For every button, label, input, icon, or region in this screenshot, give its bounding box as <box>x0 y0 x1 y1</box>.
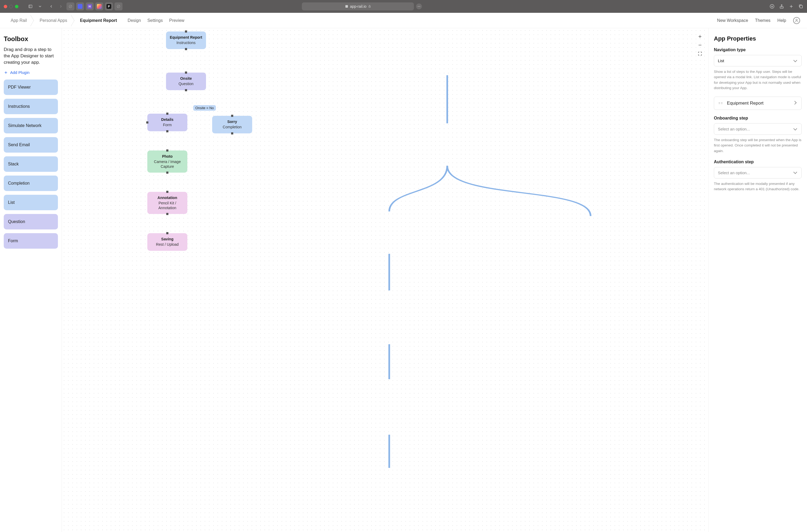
tool-item-stack[interactable]: Stack <box>4 156 58 172</box>
tool-item-pdf-viewer[interactable]: PDF Viewer <box>4 79 58 95</box>
url-bar[interactable]: app-rail.io <box>302 2 414 11</box>
svg-point-8 <box>418 6 418 7</box>
node-handle-left[interactable] <box>146 121 148 124</box>
browser-chrome: H P app-rail.io <box>0 0 807 13</box>
tabs-icon[interactable] <box>799 4 803 9</box>
onboarding-select[interactable]: Select an option... <box>714 123 802 135</box>
add-plugin-button[interactable]: Add Plugin <box>4 70 58 75</box>
window-maximize-icon[interactable] <box>15 5 18 8</box>
node-handle-top[interactable] <box>166 149 168 152</box>
auth-help: The authentication will be modally prese… <box>714 181 802 192</box>
node-title: Details <box>150 117 185 122</box>
chevron-down-icon[interactable] <box>36 2 44 11</box>
svg-rect-7 <box>369 6 370 8</box>
svg-line-5 <box>117 5 119 7</box>
node-subtitle: Question <box>169 82 203 87</box>
node-subtitle: Instructions <box>169 41 203 45</box>
breadcrumb-root[interactable]: App Rail <box>7 18 31 23</box>
app-row[interactable]: ⠿⠿ Equipment Report <box>714 97 802 110</box>
node-handle-bottom[interactable] <box>185 89 187 91</box>
node-handle-bottom[interactable] <box>166 213 168 215</box>
tab-preview[interactable]: Preview <box>169 18 184 23</box>
toolbox-description: Drag and drop a step to the App Designer… <box>4 46 58 65</box>
breadcrumb-workspace[interactable]: Personal Apps <box>36 18 71 23</box>
themes-link[interactable]: Themes <box>755 18 770 23</box>
properties-panel: App Properties Navigation type List Show… <box>708 28 807 532</box>
tool-item-form[interactable]: Form <box>4 233 58 249</box>
zoom-in-button[interactable] <box>696 33 703 40</box>
pinned-tab-2-icon[interactable] <box>76 2 84 11</box>
forward-icon[interactable] <box>57 2 65 11</box>
node-details[interactable]: DetailsForm <box>147 114 187 131</box>
node-annotation[interactable]: AnnotationPencil Kit / Annotation <box>147 192 187 214</box>
avatar[interactable] <box>793 17 800 24</box>
edge-label-onsite-no: Onsite = No <box>193 105 216 111</box>
tab-design[interactable]: Design <box>128 18 141 23</box>
tool-item-instructions[interactable]: Instructions <box>4 99 58 114</box>
node-handle-top[interactable] <box>231 115 233 117</box>
breadcrumb-app[interactable]: Equipment Report <box>76 18 121 23</box>
svg-point-10 <box>420 6 420 7</box>
onboarding-help: The onboarding step will be presented wh… <box>714 137 802 154</box>
zoom-out-button[interactable] <box>696 42 703 49</box>
chevron-down-icon <box>794 171 797 174</box>
node-handle-top[interactable] <box>185 72 187 74</box>
download-icon[interactable] <box>770 4 774 9</box>
node-saving[interactable]: SavingRest / Upload <box>147 233 187 251</box>
new-workspace-link[interactable]: New Workspace <box>717 18 748 23</box>
node-sorry[interactable]: SorryCompletion <box>212 116 252 133</box>
node-handle-bottom[interactable] <box>185 48 187 50</box>
back-icon[interactable] <box>47 2 55 11</box>
svg-point-17 <box>796 19 797 20</box>
drag-handle-icon[interactable]: ⠿⠿ <box>718 103 723 104</box>
pinned-tab-3-icon[interactable]: H <box>86 2 94 11</box>
svg-rect-0 <box>29 5 32 8</box>
tab-settings[interactable]: Settings <box>147 18 163 23</box>
node-handle-bottom[interactable] <box>231 132 233 134</box>
pinned-tab-5-icon[interactable]: P <box>105 2 113 11</box>
node-title: Sorry <box>215 119 249 124</box>
tool-item-question[interactable]: Question <box>4 214 58 229</box>
node-handle-top[interactable] <box>185 31 187 33</box>
node-equipment-report[interactable]: Equipment ReportInstructions <box>166 32 206 49</box>
new-tab-icon[interactable] <box>789 4 794 9</box>
tool-item-simulate-network[interactable]: Simulate Network <box>4 118 58 133</box>
pinned-tab-1-icon[interactable] <box>67 2 74 11</box>
sidebar-toggle-icon[interactable] <box>26 2 34 11</box>
app-row-name: Equipment Report <box>727 100 790 106</box>
node-handle-bottom[interactable] <box>166 172 168 174</box>
traffic-lights <box>4 5 18 8</box>
onboarding-placeholder: Select an option... <box>718 127 750 131</box>
fit-screen-button[interactable] <box>696 50 703 57</box>
node-title: Annotation <box>150 195 185 200</box>
help-link[interactable]: Help <box>777 18 786 23</box>
node-handle-bottom[interactable] <box>166 130 168 132</box>
window-close-icon[interactable] <box>4 5 7 8</box>
chevron-right-icon <box>793 101 797 105</box>
node-onsite[interactable]: OnsiteQuestion <box>166 73 206 90</box>
node-title: Saving <box>150 237 185 241</box>
svg-rect-6 <box>345 5 348 7</box>
svg-point-9 <box>419 6 419 7</box>
nav-type-select[interactable]: List <box>714 55 802 66</box>
tool-item-completion[interactable]: Completion <box>4 175 58 191</box>
tool-item-list[interactable]: List <box>4 195 58 210</box>
node-subtitle: Camera / Image Capture <box>150 159 185 169</box>
auth-select[interactable]: Select an option... <box>714 167 802 178</box>
node-handle-top[interactable] <box>166 191 168 193</box>
node-handle-top[interactable] <box>166 113 168 115</box>
share-icon[interactable] <box>779 4 784 9</box>
url-text: app-rail.io <box>350 4 367 8</box>
url-more-icon[interactable] <box>416 3 422 10</box>
node-handle-top[interactable] <box>166 232 168 234</box>
node-subtitle: Rest / Upload <box>150 242 185 247</box>
node-subtitle: Pencil Kit / Annotation <box>150 201 185 210</box>
window-minimize-icon[interactable] <box>10 5 13 8</box>
pinned-tab-4-icon[interactable] <box>95 2 103 11</box>
tool-item-send-email[interactable]: Send Email <box>4 137 58 153</box>
pinned-tab-6-icon[interactable] <box>114 2 123 11</box>
canvas[interactable]: Onsite = No Equipment ReportInstructions… <box>62 28 708 532</box>
onboarding-label: Onboarding step <box>714 116 802 120</box>
node-subtitle: Completion <box>215 125 249 130</box>
node-photo[interactable]: PhotoCamera / Image Capture <box>147 151 187 173</box>
